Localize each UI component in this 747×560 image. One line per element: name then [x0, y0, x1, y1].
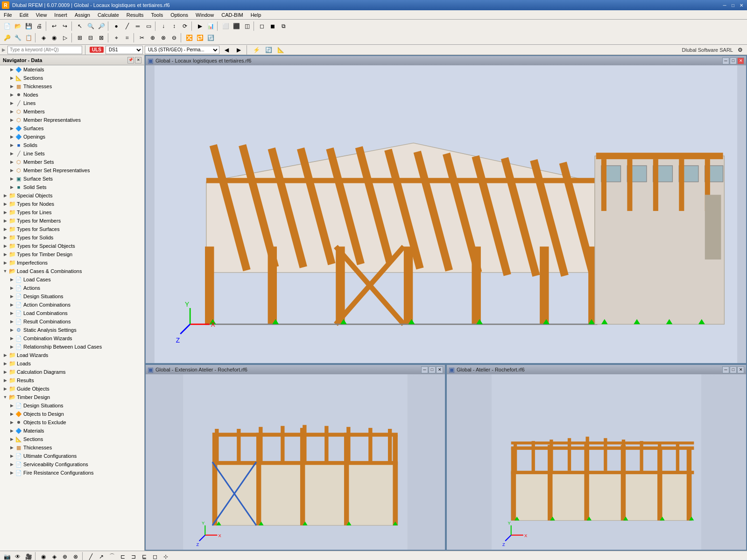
- uls-btn1[interactable]: ⚡: [251, 45, 261, 55]
- tree-item-static-analysis[interactable]: ▶⚙Static Analysis Settings: [0, 326, 144, 334]
- tb-results[interactable]: 📊: [205, 21, 216, 31]
- minimize-button[interactable]: ─: [721, 1, 728, 9]
- tree-expand-surface-sets[interactable]: ▶: [8, 175, 15, 182]
- tree-item-members[interactable]: ▶⬡Members: [0, 107, 144, 116]
- tb-view3[interactable]: ◫: [242, 21, 252, 31]
- tree-expand-openings[interactable]: ▶: [8, 133, 15, 140]
- ds-combo[interactable]: DS1: [106, 46, 143, 54]
- tb2-8[interactable]: ⊟: [85, 33, 96, 43]
- maximize-button[interactable]: □: [729, 1, 737, 9]
- tree-item-materials[interactable]: ▶🔷Materials: [0, 65, 144, 74]
- tb2-6[interactable]: ▷: [60, 33, 70, 43]
- tb-save[interactable]: 💾: [23, 21, 34, 31]
- tb2-7[interactable]: ⊞: [75, 33, 85, 43]
- tree-item-combination-wizards[interactable]: ▶📄Combination Wizards: [0, 334, 144, 343]
- tree-item-types-timber[interactable]: ▶📁Types for Timber Design: [0, 250, 144, 259]
- tree-item-timber-design[interactable]: ▼📂Timber Design: [0, 393, 144, 401]
- tree-item-actions[interactable]: ▶📄Actions: [0, 284, 144, 292]
- tb-zoom-in[interactable]: 🔍: [85, 21, 96, 31]
- tree-expand-design-situations-lc[interactable]: ▶: [8, 293, 15, 300]
- tree-expand-load-cases[interactable]: ▶: [8, 276, 15, 283]
- tree-expand-thicknesses[interactable]: ▶: [8, 83, 15, 90]
- tree-expand-td-serviceability-configs[interactable]: ▶: [8, 461, 15, 468]
- bt-3[interactable]: 🎥: [23, 552, 34, 560]
- tb-undo[interactable]: ↩: [49, 21, 59, 31]
- menu-tools[interactable]: Tools: [147, 10, 167, 20]
- menu-calculate[interactable]: Calculate: [94, 10, 123, 20]
- tree-item-load-cases-combo[interactable]: ▼📂Load Cases & Combinations: [0, 267, 144, 275]
- tb-load2[interactable]: ↕: [169, 21, 179, 31]
- tb2-14[interactable]: ⊗: [158, 33, 169, 43]
- tree-item-result-combinations[interactable]: ▶📄Result Combinations: [0, 317, 144, 326]
- tb-calc[interactable]: ▶: [195, 21, 205, 31]
- tree-item-load-wizards[interactable]: ▶📁Load Wizards: [0, 351, 144, 359]
- tb2-12[interactable]: ✂: [137, 33, 147, 43]
- tree-expand-results[interactable]: ▶: [2, 377, 8, 384]
- tree-item-types-members[interactable]: ▶📁Types for Members: [0, 217, 144, 225]
- menu-results[interactable]: Results: [123, 10, 148, 20]
- tree-expand-special-objects[interactable]: ▶: [2, 192, 8, 199]
- uls-combo[interactable]: ULS (STR/GEO) - Perma...: [145, 46, 219, 54]
- tb2-1[interactable]: 🔑: [2, 33, 12, 43]
- tree-item-td-design-situations[interactable]: ▶📄Design Situations: [0, 401, 144, 410]
- tb2-5[interactable]: ◉: [49, 33, 59, 43]
- tb2-4[interactable]: ◈: [38, 33, 49, 43]
- tree-expand-timber-design[interactable]: ▼: [2, 394, 8, 400]
- tree-item-solids[interactable]: ▶■Solids: [0, 141, 144, 149]
- bt-5[interactable]: ◈: [49, 552, 59, 560]
- menu-view[interactable]: View: [32, 10, 51, 20]
- vp-top-minimize[interactable]: ─: [722, 57, 729, 64]
- tree-expand-td-fire-resistance[interactable]: ▶: [8, 469, 15, 476]
- tree-expand-static-analysis[interactable]: ▶: [8, 327, 15, 333]
- tree-expand-lines[interactable]: ▶: [8, 100, 15, 106]
- tb-extra1[interactable]: ◻: [257, 21, 267, 31]
- nav-pin[interactable]: 📌: [127, 57, 134, 63]
- menu-assign[interactable]: Assign: [71, 10, 94, 20]
- tree-item-member-set-reps[interactable]: ▶⬡Member Set Representatives: [0, 166, 144, 175]
- tree-expand-nodes[interactable]: ▶: [8, 91, 15, 98]
- tree-item-td-serviceability-configs[interactable]: ▶📄Serviceability Configurations: [0, 460, 144, 469]
- tb-view2[interactable]: ⬛: [231, 21, 241, 31]
- menu-insert[interactable]: Insert: [50, 10, 71, 20]
- vp-br-maximize[interactable]: □: [730, 366, 737, 373]
- bt-11[interactable]: ⊏: [118, 552, 128, 560]
- tree-item-td-ultimate-configs[interactable]: ▶📄Ultimate Configurations: [0, 452, 144, 460]
- tree-expand-action-combinations[interactable]: ▶: [8, 301, 15, 308]
- tb-member[interactable]: ═: [133, 21, 143, 31]
- tb-select[interactable]: ↖: [75, 21, 85, 31]
- tb2-18[interactable]: 🔃: [205, 33, 216, 43]
- tree-item-td-sections[interactable]: ▶📐Sections: [0, 435, 144, 443]
- tree-expand-loads[interactable]: ▶: [2, 360, 8, 367]
- bt-14[interactable]: ◻: [150, 552, 160, 560]
- tree-item-types-lines[interactable]: ▶📁Types for Lines: [0, 208, 144, 217]
- tree-item-calc-diagrams[interactable]: ▶📁Calculation Diagrams: [0, 368, 144, 376]
- tree-expand-types-solids[interactable]: ▶: [2, 234, 8, 241]
- vp-bl-maximize[interactable]: □: [429, 366, 436, 373]
- tree-expand-types-surfaces[interactable]: ▶: [2, 226, 8, 232]
- uls-next[interactable]: ▶: [233, 45, 244, 55]
- tree-item-td-objects-exclude[interactable]: ▶Objects to Exclude: [0, 418, 144, 427]
- tb-surface[interactable]: ▭: [143, 21, 154, 31]
- vp-br-close[interactable]: ✕: [737, 366, 744, 373]
- tree-item-lines[interactable]: ▶╱Lines: [0, 99, 144, 107]
- keyword-search[interactable]: [7, 46, 82, 54]
- tree-item-relationship-load[interactable]: ▶📄Relationship Between Load Cases: [0, 343, 144, 351]
- tree-expand-td-objects-design[interactable]: ▶: [8, 411, 15, 417]
- tb2-16[interactable]: 🔀: [184, 33, 194, 43]
- tree-item-special-objects[interactable]: ▶📁Special Objects: [0, 191, 144, 200]
- tb-new[interactable]: 📄: [2, 21, 12, 31]
- tb-print[interactable]: 🖨: [34, 21, 44, 31]
- tb2-17[interactable]: 🔁: [195, 33, 205, 43]
- tree-expand-result-combinations[interactable]: ▶: [8, 318, 15, 325]
- tb-line[interactable]: ╱: [122, 21, 132, 31]
- viewport-top-canvas[interactable]: X Y Z: [146, 65, 746, 363]
- tree-item-types-special[interactable]: ▶📁Types for Special Objects: [0, 242, 144, 250]
- tree-item-guide-objects[interactable]: ▶📁Guide Objects: [0, 385, 144, 393]
- tb2-13[interactable]: ⊕: [148, 33, 158, 43]
- bt-6[interactable]: ⊕: [60, 552, 70, 560]
- bt-7[interactable]: ⊗: [70, 552, 81, 560]
- tree-expand-imperfections[interactable]: ▶: [2, 259, 8, 266]
- tree-expand-td-sections[interactable]: ▶: [8, 436, 15, 442]
- menu-help[interactable]: Help: [247, 10, 265, 20]
- menu-file[interactable]: File: [0, 10, 16, 20]
